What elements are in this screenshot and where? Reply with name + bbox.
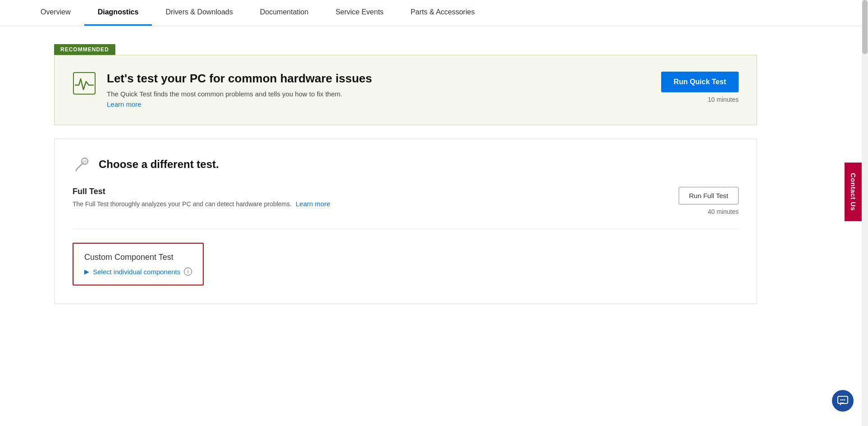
tab-documentation[interactable]: Documentation <box>247 0 322 26</box>
full-test-description: The Full Test thoroughly analyzes your P… <box>73 200 679 208</box>
quick-test-action: Run Quick Test 10 minutes <box>661 72 739 103</box>
svg-point-8 <box>842 399 844 401</box>
select-components-row: ▶ Select individual components i <box>84 267 192 276</box>
contact-us-tab[interactable]: Contact Us <box>845 163 862 221</box>
full-test-section: Full Test The Full Test thoroughly analy… <box>73 187 739 229</box>
tab-parts-accessories[interactable]: Parts & Accessories <box>397 0 488 26</box>
full-test-action: Run Full Test 40 minutes <box>679 187 739 215</box>
main-content: RECOMMENDED Let's test your PC for commo… <box>0 26 811 331</box>
run-quick-test-button[interactable]: Run Quick Test <box>661 72 739 92</box>
quick-test-heading: Let's test your PC for common hardware i… <box>107 72 650 86</box>
card-header: Choose a different test. <box>73 155 739 173</box>
chat-button[interactable] <box>832 390 854 412</box>
info-icon[interactable]: i <box>184 267 192 276</box>
chat-icon <box>837 395 849 407</box>
full-test-learn-more-link[interactable]: Learn more <box>296 200 330 208</box>
run-full-test-button[interactable]: Run Full Test <box>679 187 739 204</box>
scrollbar-track <box>862 0 868 426</box>
full-test-duration: 40 minutes <box>708 208 739 215</box>
diagnostics-wave-icon <box>73 72 96 95</box>
arrow-right-icon: ▶ <box>84 268 89 275</box>
tab-diagnostics[interactable]: Diagnostics <box>84 0 152 26</box>
choose-test-heading: Choose a different test. <box>99 158 219 171</box>
svg-rect-0 <box>73 73 95 94</box>
svg-line-3 <box>77 163 82 169</box>
recommended-badge: RECOMMENDED <box>54 44 115 55</box>
tab-service-events[interactable]: Service Events <box>322 0 397 26</box>
tab-drivers-downloads[interactable]: Drivers & Downloads <box>152 0 246 26</box>
svg-point-9 <box>844 399 845 401</box>
quick-test-learn-more-link[interactable]: Learn more <box>107 100 142 108</box>
wrench-icon <box>73 155 91 173</box>
full-test-title: Full Test <box>73 187 679 196</box>
svg-point-7 <box>841 399 842 401</box>
quick-test-description: The Quick Test finds the most common pro… <box>107 90 650 98</box>
scrollbar-thumb[interactable] <box>862 0 868 54</box>
navigation-tabs: Overview Diagnostics Drivers & Downloads… <box>0 0 868 26</box>
quick-test-card: Let's test your PC for common hardware i… <box>54 55 757 125</box>
custom-test-title: Custom Component Test <box>84 253 192 262</box>
tab-overview[interactable]: Overview <box>27 0 84 26</box>
quick-test-body: Let's test your PC for common hardware i… <box>107 72 650 109</box>
recommended-section: RECOMMENDED Let's test your PC for commo… <box>54 44 757 125</box>
select-individual-components-link[interactable]: Select individual components <box>93 268 180 276</box>
choose-different-test-card: Choose a different test. Full Test The F… <box>54 139 757 304</box>
full-test-body: Full Test The Full Test thoroughly analy… <box>73 187 679 208</box>
custom-test-box: Custom Component Test ▶ Select individua… <box>73 243 204 286</box>
quick-test-duration: 10 minutes <box>708 96 739 103</box>
